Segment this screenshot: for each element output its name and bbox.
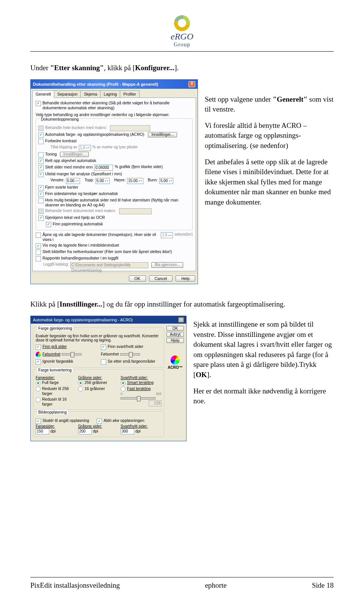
- close-icon[interactable]: ×: [178, 317, 184, 322]
- btn-ok[interactable]: OK: [129, 275, 146, 282]
- checkbox-behandle-makro: [38, 126, 44, 131]
- checkbox-ocr[interactable]: [38, 215, 44, 221]
- radio-fast[interactable]: [121, 387, 126, 392]
- label: Finn papirretning automatisk: [53, 222, 103, 226]
- label: sekund(er): [174, 232, 193, 237]
- tab-skjema[interactable]: Skjema: [80, 90, 100, 98]
- btn-innstillinger[interactable]: Innstillinger...: [148, 132, 177, 138]
- radio-256[interactable]: [36, 387, 41, 392]
- spin-bunn[interactable]: 5.00▲▼: [159, 178, 173, 184]
- btn-toning-innst: Innstillinger...: [60, 152, 89, 157]
- input-dpi-gra[interactable]: 200: [78, 428, 92, 434]
- label: Hvis mulig beskjær automatisk sider ned …: [45, 198, 190, 208]
- footer-left: PixEdit installasjonsveiledning: [30, 581, 120, 590]
- label: Høyre:: [114, 178, 126, 183]
- checkbox-fjern[interactable]: [38, 185, 44, 190]
- btn-hjelp[interactable]: Hjelp: [166, 338, 184, 343]
- tab-separasjon[interactable]: Separasjon: [54, 90, 81, 98]
- value: 5.00: [97, 179, 104, 184]
- logo-subtext: Group: [174, 42, 190, 47]
- checkbox-slett-kilde[interactable]: [36, 250, 41, 255]
- text: Klikk på [: [30, 300, 60, 308]
- checkbox-rapporter[interactable]: [36, 256, 41, 261]
- checkbox-papirretning[interactable]: [46, 222, 51, 227]
- label: Rett opp skjevhet automatisk: [45, 158, 96, 163]
- tab-body: Behandle dokumenter etter skanning (Slå …: [32, 98, 196, 272]
- checkbox-acro[interactable]: [38, 132, 44, 138]
- btn-ok2[interactable]: OK: [166, 326, 184, 331]
- label: Redusér til 16 farger: [42, 397, 77, 407]
- radio-full[interactable]: [36, 381, 41, 385]
- label: Finn sidestørrelse og beskjær automatisk: [45, 191, 118, 196]
- checkbox-utelat[interactable]: [38, 172, 44, 177]
- input-slett-val[interactable]: 0.06000: [94, 165, 113, 171]
- close-icon[interactable]: X: [188, 81, 195, 87]
- checkbox-behandle-etter[interactable]: [36, 101, 41, 106]
- checkbox-slett-mindre[interactable]: [38, 165, 44, 170]
- value: 15.00: [128, 179, 138, 184]
- fieldset-fargegjenkjenning: Farge gjenkjenning Evaluér fargesider og…: [33, 327, 164, 368]
- text: ].: [174, 64, 179, 72]
- checkbox-forbedre[interactable]: [38, 139, 44, 144]
- label: Bunn:: [148, 178, 158, 183]
- slider-folsomhet-1[interactable]: [62, 353, 82, 355]
- fieldset-title: Farge konvertering: [37, 368, 73, 372]
- label: 16 gråtoner: [85, 386, 105, 391]
- checkbox-finn-gra[interactable]: [36, 344, 41, 350]
- checkbox-toning[interactable]: [38, 152, 44, 157]
- checkbox-apne[interactable]: [36, 233, 41, 238]
- fieldset-title: Dokumentopprensing: [40, 117, 80, 121]
- input-dpi-farge[interactable]: 150: [36, 428, 49, 434]
- para-anbefales: Det anbefales å sette opp slik at de lag…: [205, 157, 334, 208]
- spin-venstre[interactable]: 5.00▲▼: [66, 178, 80, 184]
- label: Slett sider med mindre enn: [45, 165, 93, 170]
- label: Redusér til 256 farger: [42, 386, 77, 396]
- radio-g256[interactable]: [78, 381, 83, 385]
- checkbox-vis-meg[interactable]: [36, 243, 41, 249]
- label: Ignorér fargestikk: [42, 359, 73, 364]
- label: % grafikk (fjern blanke sider): [115, 165, 163, 170]
- mid-paragraph: Klikk på [Innstillinger...] og du får op…: [30, 299, 334, 310]
- slider-folsomhet-2[interactable]: [120, 353, 140, 355]
- checkbox-skaler[interactable]: [36, 418, 41, 424]
- text: ] og du får opp innstillinger for automa…: [102, 300, 285, 308]
- label: Forbedre kontrast: [45, 138, 77, 143]
- text: ].: [207, 371, 211, 379]
- right-column-1: Sett opp valgene under "Generelt" som vi…: [205, 79, 334, 214]
- checkbox-ignorer[interactable]: [36, 359, 41, 365]
- fieldset-title: Bildeoppløsning: [37, 410, 68, 414]
- label: Venstre:: [50, 178, 64, 183]
- side-buttons: OK Avbryt Hjelp ACRO™: [166, 326, 184, 439]
- radio-smart[interactable]: [121, 381, 126, 385]
- label: Toning: [45, 152, 57, 157]
- dialog-dokumentbehandling: Dokumentbehandling etter skanning (Profi…: [30, 79, 198, 285]
- dialog-acro: Automatisk farge- og oppløsningsoptimali…: [30, 316, 187, 442]
- checkbox-se-etter[interactable]: [101, 359, 106, 365]
- btn-avbryt[interactable]: Avbryt: [166, 332, 184, 337]
- label: Behandle hele bunken med makro:: [45, 125, 107, 130]
- btn-cancel[interactable]: Cancel: [149, 275, 173, 282]
- tab-generelt[interactable]: Generelt: [32, 90, 54, 98]
- checkbox-finn-sv[interactable]: [101, 344, 106, 350]
- desc: Velg type behandling og andre innstillin…: [36, 112, 193, 117]
- radio-16[interactable]: [36, 397, 41, 402]
- label: Rapportér behandlingsresultater i en log…: [42, 256, 118, 261]
- checkbox-hvis-mulig[interactable]: [38, 198, 44, 203]
- input-logpath: C:\Documents and Settings\pkv\My Documen…: [70, 262, 148, 268]
- tab-profiler[interactable]: Profiler: [120, 90, 139, 98]
- margins-row: Venstre: 5.00▲▼ Topp: 5.00▲▼ Høyre: 15.0…: [38, 178, 190, 184]
- radio-g16[interactable]: [78, 387, 83, 392]
- checkbox-rett[interactable]: [38, 159, 44, 164]
- slider-caps: 0 255: [121, 392, 162, 396]
- checkbox-aldri[interactable]: [97, 418, 102, 424]
- text-bold: "Etter skanning": [50, 64, 104, 72]
- btn-help[interactable]: Help: [176, 275, 195, 282]
- spin-hoyre[interactable]: 15.00▲▼: [127, 178, 143, 184]
- checkbox-finn-side[interactable]: [38, 192, 44, 197]
- desc: Evaluér fargesider og finn hvilke som er…: [36, 334, 162, 342]
- tab-lagring[interactable]: Lagring: [100, 90, 120, 98]
- spin-topp[interactable]: 5.00▲▼: [96, 178, 110, 184]
- input-dpi-sv[interactable]: 300: [121, 428, 134, 434]
- value: 5.00: [67, 179, 74, 184]
- label: Finn grå sider: [42, 344, 67, 349]
